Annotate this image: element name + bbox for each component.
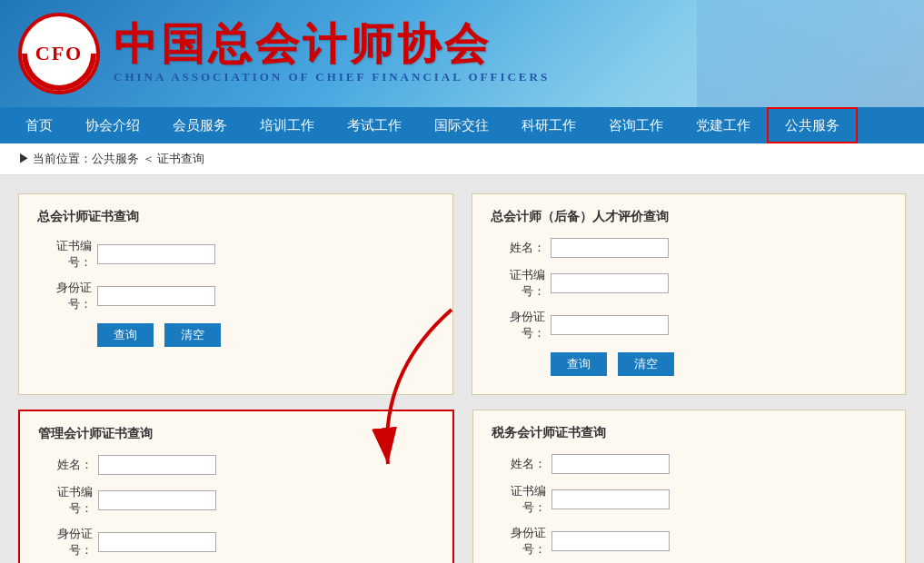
navigation: 首页 协会介绍 会员服务 培训工作 考试工作 国际交往 科研工作 咨询工作 党建… (0, 107, 924, 143)
tax-name-row: 姓名： (492, 454, 888, 474)
tax-cert-number-input[interactable] (551, 489, 670, 509)
nav-item-training[interactable]: 培训工作 (243, 107, 331, 143)
building-decoration (697, 0, 924, 107)
reserve-talent-title: 总会计师（后备）人才评价查询 (491, 209, 888, 225)
cfo-cert-title: 总会计师证书查询 (37, 209, 434, 225)
mgmt-name-row: 姓名： (38, 455, 434, 475)
breadcrumb-text: ▶ 当前位置：公共服务 ＜ 证书查询 (18, 151, 204, 167)
header-title-block: 中国总会计师协会 CHINA ASSOCIATION OF CHIEF FINA… (114, 23, 550, 84)
tax-cert-number-label: 证书编号： (492, 483, 546, 516)
mgmt-name-label: 姓名： (38, 457, 93, 473)
tax-accountant-query-box: 税务会计师证书查询 姓名： 证书编号： 身份证号： 查询 清空 (472, 410, 907, 563)
tax-name-input[interactable] (551, 454, 670, 474)
nav-item-international[interactable]: 国际交往 (418, 107, 505, 143)
nav-item-member[interactable]: 会员服务 (156, 107, 243, 143)
reserve-talent-query-box: 总会计师（后备）人才评价查询 姓名： 证书编号： 身份证号： 查询 清空 (472, 193, 907, 395)
reserve-clear-button[interactable]: 清空 (618, 352, 674, 376)
cfo-text: CFO (35, 42, 83, 65)
nav-item-public[interactable]: 公共服务 (767, 107, 858, 143)
cfo-cert-number-row: 证书编号： (37, 238, 434, 271)
reserve-name-input[interactable] (551, 238, 669, 258)
mgmt-id-row: 身份证号： (38, 526, 434, 558)
mgmt-cert-number-row: 证书编号： (38, 484, 434, 517)
query-sections: 总会计师证书查询 证书编号： 身份证号： 查询 清空 总会计师（后备）人才评价查… (0, 175, 924, 563)
reserve-cert-number-label: 证书编号： (491, 267, 545, 300)
cfo-cert-clear-button[interactable]: 清空 (164, 323, 221, 347)
reserve-cert-number-input[interactable] (551, 273, 669, 293)
mgmt-id-label: 身份证号： (38, 526, 93, 558)
reserve-name-row: 姓名： (491, 238, 888, 258)
reserve-cert-number-row: 证书编号： (491, 267, 888, 300)
reserve-id-label: 身份证号： (491, 309, 545, 341)
tax-accountant-title: 税务会计师证书查询 (492, 425, 888, 441)
top-query-row: 总会计师证书查询 证书编号： 身份证号： 查询 清空 总会计师（后备）人才评价查… (18, 193, 906, 395)
tax-name-label: 姓名： (492, 456, 546, 472)
logo-area: CFO 中国总会计师协会 CHINA ASSOCIATION OF CHIEF … (18, 13, 550, 94)
cfo-cert-buttons: 查询 清空 (37, 323, 434, 347)
reserve-buttons: 查询 清空 (491, 352, 888, 376)
bottom-query-row: 管理会计师证书查询 姓名： 证书编号： 身份证号： 查询 清空 (18, 410, 906, 563)
management-accountant-title: 管理会计师证书查询 (38, 426, 434, 442)
nav-item-party[interactable]: 党建工作 (680, 107, 767, 143)
main-content: 总会计师证书查询 证书编号： 身份证号： 查询 清空 总会计师（后备）人才评价查… (0, 175, 924, 563)
nav-item-exam[interactable]: 考试工作 (331, 107, 418, 143)
management-accountant-query-box: 管理会计师证书查询 姓名： 证书编号： 身份证号： 查询 清空 (18, 410, 454, 563)
reserve-query-button[interactable]: 查询 (551, 352, 607, 376)
nav-item-about[interactable]: 协会介绍 (69, 107, 156, 143)
nav-item-research[interactable]: 科研工作 (505, 107, 592, 143)
tax-id-row: 身份证号： (492, 525, 888, 558)
nav-item-consult[interactable]: 咨询工作 (592, 107, 680, 143)
header-title-en: CHINA ASSOCIATION OF CHIEF FINANCIAL OFF… (114, 70, 550, 84)
tax-id-label: 身份证号： (492, 525, 546, 558)
breadcrumb: ▶ 当前位置：公共服务 ＜ 证书查询 (0, 143, 924, 175)
reserve-id-row: 身份证号： (491, 309, 888, 341)
mgmt-cert-number-input[interactable] (98, 490, 216, 510)
nav-item-home[interactable]: 首页 (9, 107, 69, 143)
tax-id-input[interactable] (551, 531, 670, 551)
tax-cert-number-row: 证书编号： (492, 483, 888, 516)
cfo-cert-id-input[interactable] (97, 286, 215, 306)
mgmt-id-input[interactable] (98, 532, 216, 552)
reserve-name-label: 姓名： (491, 240, 545, 256)
cfo-cert-query-box: 总会计师证书查询 证书编号： 身份证号： 查询 清空 (18, 193, 453, 395)
cfo-cert-id-row: 身份证号： (37, 280, 434, 312)
cfo-cert-number-label: 证书编号： (37, 238, 92, 271)
header-title-cn: 中国总会计师协会 (114, 23, 550, 66)
mgmt-name-input[interactable] (98, 455, 216, 475)
cfo-cert-number-input[interactable] (97, 244, 215, 264)
cfo-cert-query-button[interactable]: 查询 (97, 323, 154, 347)
cfo-cert-id-label: 身份证号： (37, 280, 92, 312)
mgmt-cert-number-label: 证书编号： (38, 484, 93, 517)
cfo-logo: CFO (18, 13, 100, 94)
header: CFO 中国总会计师协会 CHINA ASSOCIATION OF CHIEF … (0, 0, 924, 107)
reserve-id-input[interactable] (551, 315, 669, 335)
